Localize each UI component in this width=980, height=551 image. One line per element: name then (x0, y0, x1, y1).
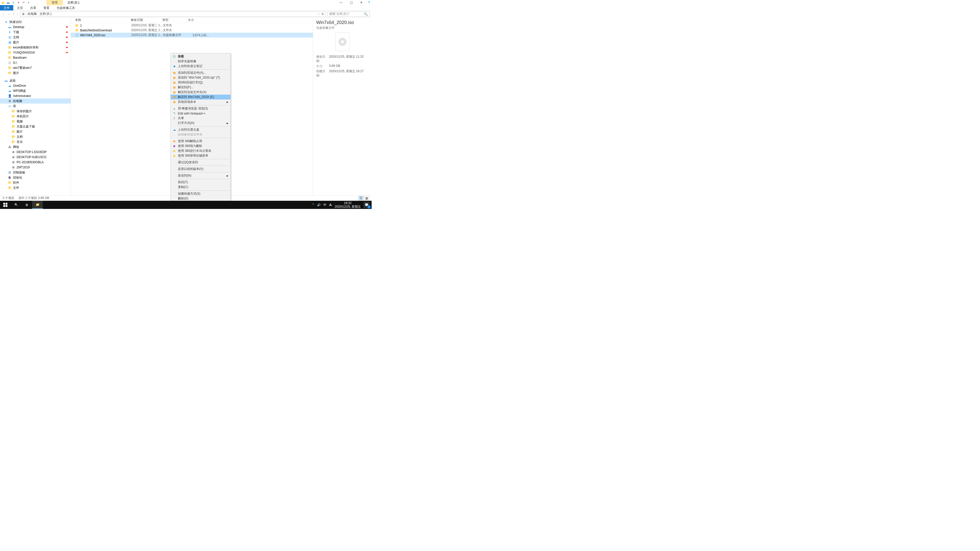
dropdown-icon[interactable]: ▼ (27, 0, 30, 5)
chevron-right-icon[interactable]: › (26, 13, 27, 15)
cm-mount[interactable]: 💿装载 (171, 54, 231, 59)
ime-button[interactable]: 中 (323, 203, 326, 207)
tree-pictures[interactable]: ▦图片📌 (0, 40, 71, 45)
cm-cut[interactable]: 剪切(T) (171, 180, 231, 185)
icons-view-button[interactable]: ▦ (364, 196, 369, 200)
cm-share[interactable]: ⤴共享 (171, 116, 231, 121)
file-row[interactable]: 📁 1 2020/12/15, 星期二 1... 文件夹 (71, 23, 313, 28)
cm-360-delete[interactable]: ◉使用 360强力删除 (171, 144, 231, 148)
tree-yunqishi[interactable]: 📁YUNQISHI2019📌 (0, 50, 71, 55)
chevron-right-icon[interactable]: › (38, 13, 38, 15)
tree-soft[interactable]: 📁软件 (0, 180, 71, 185)
tree-d3[interactable]: 🖥PC-20190530OBLA (0, 160, 71, 165)
search-icon[interactable]: 🔍 (364, 12, 368, 16)
tree-quick-access[interactable]: ★快速访问 (0, 19, 71, 24)
tree-wps[interactable]: ☁WPS网盘 (0, 88, 71, 94)
tree-admin[interactable]: 👤Administrator (0, 94, 71, 98)
refresh-icon[interactable]: ↻ (321, 12, 324, 16)
details-view-button[interactable]: ☰ (358, 196, 363, 200)
tree-downloads[interactable]: ⬇下载📌 (0, 30, 71, 35)
close-icon[interactable]: ✕ (16, 0, 21, 5)
tree-win7[interactable]: 📁win7重装win7 (0, 65, 71, 70)
tree-excel[interactable]: 📁excel表格制作求和📌 (0, 45, 71, 50)
cm-copy[interactable]: 复制(C) (171, 185, 231, 189)
address-bar[interactable]: 🖥 › 此电脑 › 文档 (E:) › ⌄ ↻ (20, 11, 326, 17)
tray-chevron-icon[interactable]: ⌃ (312, 203, 314, 206)
tree-recycle[interactable]: 🗑回收站 (0, 175, 71, 180)
file-row-selected[interactable]: 💿 Win7x64_2020.iso 2020/12/25, 星期五 1... … (71, 33, 313, 38)
forward-button[interactable]: → (8, 12, 11, 16)
save-icon[interactable]: ▬ (6, 0, 10, 5)
tree-files[interactable]: 📁文件 (0, 185, 71, 190)
file-row[interactable]: 📁 BaiduNetdiskDownload 2020/12/25, 星期五 1… (71, 28, 313, 33)
tab-home[interactable]: 主页 (13, 5, 27, 11)
cm-other-compress[interactable]: ▦其他压缩命令▶ (171, 100, 231, 104)
task-view-button[interactable]: ⊞ (21, 201, 32, 209)
tree-this-pc[interactable]: 🖥此电脑 (0, 98, 71, 103)
close-button[interactable]: ✕ (356, 0, 366, 5)
check-icon[interactable]: ✔ (11, 0, 15, 5)
cm-baidu[interactable]: ☁上传到百度云盘 (171, 127, 231, 132)
cm-restore[interactable]: 还原以前的版本(V) (171, 167, 231, 171)
tree-network[interactable]: 🖧网络 (0, 144, 71, 149)
back-button[interactable]: ← (2, 12, 5, 16)
tree-d2[interactable]: 🖥DESKTOP-NJEU3CG (0, 155, 71, 160)
tree-pics3[interactable]: 📁图片 (0, 129, 71, 134)
start-button[interactable] (0, 201, 11, 209)
tree-d4[interactable]: 🖥ZMT2019 (0, 165, 71, 170)
cm-360-scan[interactable]: ◉使用 360进行木马云查杀 (171, 148, 231, 153)
cm-add-zip[interactable]: ▦添加到 "Win7x64_2020.zip" (T) (171, 75, 231, 80)
history-dropdown[interactable]: ▾ (13, 13, 14, 15)
header-type[interactable]: 类型 (162, 18, 188, 22)
cm-add-archive[interactable]: ▦添加到压缩文件(A)... (171, 70, 231, 75)
maximize-button[interactable]: ▢ (346, 0, 356, 5)
breadcrumb-pc[interactable]: 此电脑 (27, 12, 37, 16)
manage-context-tab[interactable]: 管理 (46, 0, 63, 5)
dropdown-icon[interactable]: ⌄ (318, 12, 320, 16)
tree-gdrive[interactable]: ⊟G:\ (0, 60, 71, 65)
tree-libraries[interactable]: 🗃库 (0, 103, 71, 109)
tree-docs2[interactable]: 📁文档 (0, 134, 71, 139)
tree-d1[interactable]: 🖥DESKTOP-LSSOEDP (0, 149, 71, 155)
tree-savedpics[interactable]: 📁保存的图片 (0, 109, 71, 114)
breadcrumb-location[interactable]: 文档 (E:) (40, 12, 52, 16)
tab-file[interactable]: 文件 (0, 5, 13, 11)
tree-music[interactable]: 📁音乐 (0, 139, 71, 144)
volume-icon[interactable]: 🔊 (317, 203, 321, 206)
chevron-right-icon[interactable]: › (52, 13, 53, 15)
cm-honey-browser[interactable]: ●用 蜂蜜浏览器 浏览(3) (171, 106, 231, 111)
cm-shortcut[interactable]: 创建快捷方式(S) (171, 191, 231, 196)
cm-extract-folder[interactable]: ▦解压到 Win7x64_2020\ (E) (171, 95, 231, 100)
up-button[interactable]: ↑ (17, 12, 18, 16)
search-input[interactable]: 搜索"文档 (E:)" 🔍 (328, 11, 369, 17)
search-button[interactable]: 🔍 (11, 201, 21, 209)
tree-documents[interactable]: ▤文档📌 (0, 35, 71, 40)
tree-pics2[interactable]: 📁图片 (0, 70, 71, 76)
cm-open-360[interactable]: ▦用360压缩打开(Q) (171, 80, 231, 85)
cm-open-with[interactable]: 打开方式(H)▶ (171, 121, 231, 125)
tab-share[interactable]: 共享 (27, 5, 40, 11)
minimize-button[interactable]: — (336, 0, 346, 5)
cm-notepad[interactable]: ✎Edit with Notepad++ (171, 111, 231, 116)
cm-360-menu[interactable]: ◉使用 360管理右键菜单 (171, 153, 231, 158)
tree-cpanel[interactable]: ⊞控制面板 (0, 170, 71, 175)
cm-extract-here[interactable]: ▦解压到当前文件夹(X) (171, 90, 231, 95)
tree-localpics[interactable]: 📁本机照片 (0, 114, 71, 119)
tree-bandicam[interactable]: 📁Bandicam (0, 55, 71, 60)
header-size[interactable]: 大小 (188, 18, 208, 22)
tree-tianyi[interactable]: 📁天翼云盘下载 (0, 124, 71, 129)
tree-video[interactable]: 📁视频 (0, 119, 71, 124)
header-name[interactable]: 名称 (75, 18, 130, 22)
cm-extract-to[interactable]: ▦解压到(F)... (171, 85, 231, 90)
undo-icon[interactable]: ↶ (21, 0, 25, 5)
tab-view[interactable]: 查看 (40, 5, 53, 11)
cm-delete[interactable]: 删除(D) (171, 196, 231, 201)
cm-send-to[interactable]: 发送到(N)▶ (171, 173, 231, 178)
explorer-taskbar-button[interactable]: 📁 (32, 201, 43, 209)
cm-youdao[interactable]: ◆上传到有道云笔记 (171, 64, 231, 68)
help-button[interactable]: ? (366, 0, 372, 5)
header-date[interactable]: 修改日期 (130, 18, 162, 22)
network-icon[interactable]: 🖧 (329, 203, 332, 206)
tree-desktop2[interactable]: ▬桌面 (0, 78, 71, 83)
cm-360-unlock[interactable]: ◉使用 360解除占用 (171, 139, 231, 144)
